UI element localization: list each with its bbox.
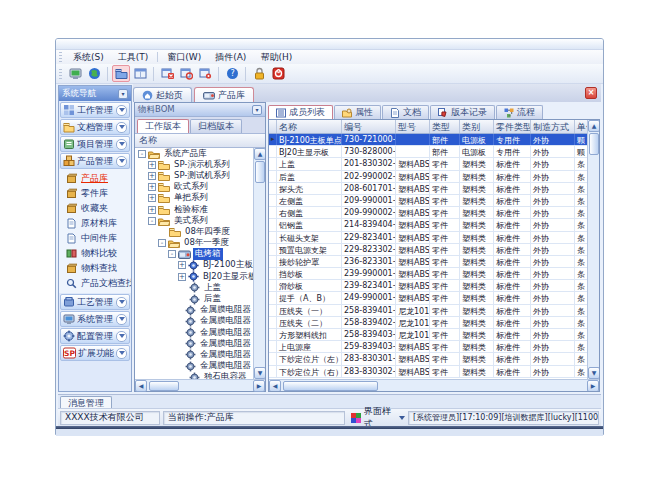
tree-node[interactable]: 金属膜电阻器 xyxy=(135,305,253,316)
logout-button[interactable] xyxy=(269,65,287,82)
collapse-icon[interactable]: - xyxy=(138,150,146,158)
table-row[interactable]: BJ20主显示板730-828000-04I部件电源板专用件外协颗 xyxy=(269,146,587,158)
chevron-down-icon[interactable] xyxy=(116,314,127,325)
tree-node[interactable]: 后盖 xyxy=(135,293,253,304)
menu-item[interactable]: 插件(A) xyxy=(208,50,253,65)
lock-button[interactable] xyxy=(250,65,268,82)
sidebar-item[interactable]: 收藏夹 xyxy=(59,201,131,216)
tree-node[interactable]: 独石电容器 xyxy=(135,372,253,379)
tree-node[interactable]: +BJ-2100主板单点 xyxy=(135,260,253,271)
tree-node[interactable]: -08年一季度 xyxy=(135,238,253,249)
table-row[interactable]: ▸BJ-2100主板单点730-721000-12I部件电源板专用件外协颗 xyxy=(269,134,587,146)
table-row[interactable]: 滑纱板239-823401-00I塑料ABS零件塑料类标准件外协条 xyxy=(269,280,587,292)
sidebar-item[interactable]: 产品库 xyxy=(59,171,131,186)
scroll-left-icon[interactable]: ◀ xyxy=(269,380,281,392)
table-row[interactable]: 压线夹（一）258-839401-00I尼龙1010零件塑料类标准件外协条 xyxy=(269,305,587,317)
tab-flow[interactable]: 流程 xyxy=(496,105,543,119)
chevron-down-icon[interactable] xyxy=(116,122,127,133)
expand-icon[interactable]: + xyxy=(148,206,156,214)
table-row[interactable]: 接纱轮护罩236-823301-00I塑料ABS零件塑料类标准件外协条 xyxy=(269,256,587,268)
tree-node[interactable]: 金属膜电阻器 xyxy=(135,361,253,372)
table-row[interactable]: 长磁头支架229-823401-00I塑料ABS零件塑料类标准件外协条 xyxy=(269,232,587,244)
globe-button[interactable] xyxy=(85,65,103,82)
tree-node[interactable]: -美式系列 xyxy=(135,215,253,226)
tree-node[interactable]: 金属膜电阻器 xyxy=(135,338,253,349)
table-row[interactable]: 压线夹（二）258-839402-00I尼龙1010零件塑料类标准件外协条 xyxy=(269,317,587,329)
sidebar-group-3[interactable]: 产品管理 xyxy=(60,153,130,169)
expand-icon[interactable]: + xyxy=(178,273,186,281)
title-bar[interactable] xyxy=(56,39,603,50)
scroll-up-icon[interactable]: ▲ xyxy=(254,148,265,160)
tree-node[interactable]: 金属膜电阻器 xyxy=(135,327,253,338)
table-row[interactable]: 左侧盖209-990001-01I塑料ABS零件塑料类标准件外协条 xyxy=(269,195,587,207)
sidebar-group-5[interactable]: 系统管理 xyxy=(60,311,130,327)
expand-icon[interactable]: + xyxy=(148,194,156,202)
column-header[interactable]: 名称 xyxy=(277,120,342,133)
scroll-down-icon[interactable]: ▼ xyxy=(254,367,265,379)
toolbar-grip[interactable] xyxy=(59,69,62,79)
chevron-down-icon[interactable] xyxy=(116,139,127,150)
sidebar-item[interactable]: 原材料库 xyxy=(59,216,131,231)
column-header[interactable]: 制造方式 xyxy=(531,120,575,133)
sidebar-group-2[interactable]: 项目管理 xyxy=(60,136,130,152)
table-row[interactable]: 提手（A、B）249-990001-01I塑料ABS零件塑料类标准件外协条 xyxy=(269,292,587,304)
tree-node[interactable]: +BJ20主显示板 xyxy=(135,271,253,282)
sidebar-group-4[interactable]: 工艺管理 xyxy=(60,294,130,310)
expand-icon[interactable]: + xyxy=(178,261,186,269)
tree-node[interactable]: -电烤箱 xyxy=(135,249,253,260)
collapse-icon[interactable]: - xyxy=(158,239,166,247)
table-row[interactable]: 后盖202-990002-01I塑料ABS零件塑料类标准件外协条 xyxy=(269,171,587,183)
tab-document[interactable]: 文档 xyxy=(382,105,429,119)
chevron-down-icon[interactable] xyxy=(399,416,405,423)
collapse-icon[interactable]: - xyxy=(168,250,176,258)
tree-horizontal-scrollbar[interactable]: ◀ ▶ xyxy=(135,379,265,391)
sidebar-item[interactable]: 物料比较 xyxy=(59,246,131,261)
table-row[interactable]: 上盖201-830302-00I塑料ABS零件塑料类标准件外协条 xyxy=(269,158,587,170)
scroll-right-icon[interactable]: ▶ xyxy=(253,380,265,392)
column-header[interactable]: 类别 xyxy=(460,120,494,133)
column-header[interactable]: 编号 xyxy=(342,120,396,133)
table-row[interactable]: 上电源座259-839403-00I塑料ABS零件塑料类标准件外协条 xyxy=(269,341,587,353)
grid-horizontal-scrollbar[interactable]: ◀ ▶ xyxy=(269,379,599,391)
sidebar-item[interactable]: 物料查找 xyxy=(59,261,131,276)
tree-node[interactable]: +单把系列 xyxy=(135,193,253,204)
tab-version-0[interactable]: 工作版本 xyxy=(137,119,189,133)
desktop-button[interactable] xyxy=(66,65,84,82)
tree-node[interactable]: +SP-测试机系列 xyxy=(135,170,253,181)
tree-hscroll-thumb[interactable] xyxy=(149,381,179,391)
column-header[interactable]: 零件类型 xyxy=(494,120,531,133)
window-close-button[interactable] xyxy=(158,65,176,82)
tree-scroll-thumb[interactable] xyxy=(255,161,265,183)
menu-item[interactable]: 系统(S) xyxy=(66,50,111,65)
tree-node[interactable]: 上盖 xyxy=(135,282,253,293)
tab-version-1[interactable]: 归档版本 xyxy=(190,119,242,133)
table-row[interactable]: 右侧盖209-990002-01I塑料ABS零件塑料类标准件外协条 xyxy=(269,207,587,219)
window-config-button[interactable] xyxy=(196,65,214,82)
grid-scroll-thumb[interactable] xyxy=(589,133,599,155)
menu-grip[interactable] xyxy=(59,52,62,62)
tree-node[interactable]: 金属膜电阻器 xyxy=(135,316,253,327)
column-header[interactable]: 单位 xyxy=(575,120,587,133)
tree-node[interactable]: 金属膜电阻器 xyxy=(135,349,253,360)
expand-icon[interactable]: + xyxy=(148,161,156,169)
sidebar-group-6[interactable]: 配置管理 xyxy=(60,328,130,344)
scroll-right-icon[interactable]: ▶ xyxy=(587,380,599,392)
window-refresh-button[interactable] xyxy=(177,65,195,82)
grid-hscroll-thumb[interactable] xyxy=(283,381,378,391)
tree-column-header[interactable]: 名称 xyxy=(135,134,265,148)
pin-icon[interactable]: ▾ xyxy=(118,89,128,99)
sidebar-group-1[interactable]: 文档管理 xyxy=(60,119,130,135)
tree-node[interactable]: -系统产品库 xyxy=(135,148,253,159)
table-row[interactable]: 铝钢盖214-839404-01I塑料ABS零件塑料类标准件外协条 xyxy=(269,219,587,231)
table-row[interactable]: 探头壳208-601701-01I塑料ABS零件塑料类标准件外协条 xyxy=(269,183,587,195)
menu-item[interactable]: 窗口(W) xyxy=(160,50,208,65)
tab-product-library[interactable]: 产品库 xyxy=(194,87,254,102)
panel-options-icon[interactable]: ▾ xyxy=(252,105,262,115)
expand-icon[interactable]: + xyxy=(148,172,156,180)
sidebar-item[interactable]: 中间件库 xyxy=(59,231,131,246)
window-bottom-edge[interactable] xyxy=(56,429,603,436)
tree-vertical-scrollbar[interactable]: ▲ ▼ xyxy=(253,148,265,379)
tab-member-list[interactable]: 成员列表 xyxy=(268,105,333,119)
collapse-icon[interactable]: - xyxy=(148,217,156,225)
tree-node[interactable]: +SP-演示机系列 xyxy=(135,159,253,170)
